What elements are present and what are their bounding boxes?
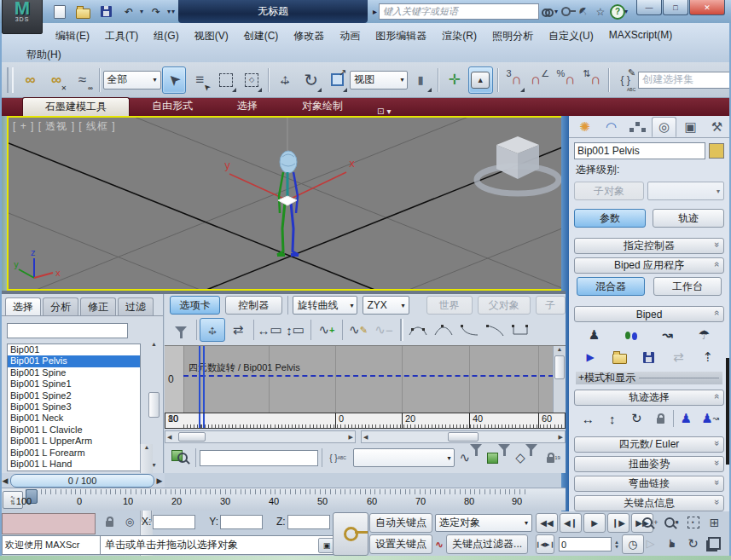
x-input[interactable]	[153, 515, 195, 529]
mixer-button[interactable]: 混合器	[577, 277, 645, 296]
scroll-thumb[interactable]	[554, 355, 565, 379]
twist-poses-header[interactable]: 扭曲姿势 »	[574, 456, 724, 472]
play-button[interactable]: ▶	[583, 513, 606, 533]
qat-overflow-button[interactable]: ▾	[171, 8, 175, 15]
percent-snap-toggle-button[interactable]: %∩	[554, 66, 577, 94]
zoom-button[interactable]: +	[640, 513, 661, 531]
select-and-link-button[interactable]: ∞	[18, 66, 42, 94]
selection-lock-toggle[interactable]	[101, 513, 118, 530]
app-logo-button[interactable]: M 3DS	[2, 0, 43, 34]
pan-view-button[interactable]: ☛	[661, 534, 682, 552]
parent-button-disabled[interactable]: 父对象	[478, 296, 531, 315]
curve-type-dropdown[interactable]: 旋转曲线 ▾	[293, 296, 357, 315]
scroll-up-arrow[interactable]: ▲	[557, 346, 563, 352]
y-input[interactable]	[220, 515, 263, 529]
lock-range-button[interactable]: 19	[542, 446, 566, 470]
parameters-tab-button[interactable]: 参数	[574, 209, 646, 228]
previous-frame-button[interactable]: ◀❙	[560, 513, 582, 533]
set-tangent-fast-button[interactable]	[431, 318, 456, 342]
track-bar-ruler[interactable]: 0102030405060708090100	[24, 488, 529, 511]
window-crossing-button[interactable]: ◇	[240, 66, 264, 94]
list-item[interactable]: Bip001 Spine2	[8, 390, 140, 401]
reference-coordinate-dropdown[interactable]: 视图 ▾	[350, 71, 408, 89]
orbit-button[interactable]: ↻	[682, 534, 704, 552]
angle-snap-toggle-button[interactable]: ∩∠	[528, 66, 552, 94]
select-and-move-button[interactable]: ↔↕	[273, 66, 297, 94]
reduce-keys-button-disabled[interactable]: ∿−	[371, 318, 397, 342]
child-button-disabled[interactable]: 子	[536, 296, 566, 315]
trajectories-tab-button[interactable]: 轨迹	[653, 209, 724, 228]
tab-motion[interactable]: ◎	[652, 117, 676, 137]
modes-and-display-bar[interactable]: +模式和显示	[576, 372, 722, 384]
menu-item[interactable]: MAXScript(M)	[601, 26, 681, 46]
communication-center-button[interactable]: ☂	[575, 4, 592, 20]
track-selection-header[interactable]: 轨迹选择 «	[574, 390, 724, 406]
convert-button-disabled[interactable]: ⇄	[665, 348, 691, 367]
key-filter-mode-dropdown[interactable]: 选定对象 ▾	[435, 514, 532, 532]
workbench-tab[interactable]: 分析	[43, 297, 78, 315]
biped-character[interactable]: y x	[224, 118, 355, 257]
quaternion-euler-header[interactable]: 四元数/ Euler »	[574, 436, 724, 453]
body-rotation-button[interactable]: ↻	[624, 409, 649, 428]
search-input[interactable]: 键入关键字或短语	[379, 3, 539, 20]
move-all-mode-button[interactable]: ⇡	[695, 348, 721, 367]
viewport-label[interactable]: [ + ] [ 透视 ] [ 线框 ]	[13, 119, 116, 134]
scale-keys-button[interactable]: ↔▭	[257, 318, 282, 342]
selection-set-dropdown[interactable]: ▾	[353, 448, 455, 467]
sub-object-level-dropdown[interactable]: ▾	[647, 182, 724, 200]
tab-create[interactable]: ✺	[572, 117, 597, 137]
snaps-toggle-button[interactable]: 3∩	[502, 66, 525, 94]
key-mode-toggle-button[interactable]: ❙◀▶❙	[536, 534, 554, 554]
favorites-button[interactable]: ☆	[592, 4, 609, 20]
footstep-mode-button[interactable]	[618, 326, 644, 344]
set-key-button[interactable]: 设置关键点	[369, 534, 432, 554]
select-by-name-button[interactable]: { }ABC	[326, 446, 350, 470]
time-ruler[interactable]: 02040608010	[165, 413, 566, 429]
undo-dropdown[interactable]: ▾	[140, 8, 143, 15]
tab-mode-button[interactable]: 选项卡	[170, 296, 220, 315]
ribbon-minimize-button[interactable]: ⊡ ▾	[377, 107, 391, 116]
toolbar-grip[interactable]	[7, 67, 14, 93]
menu-item[interactable]: 编辑(E)	[48, 26, 97, 46]
selection-filter-dropdown[interactable]: 全部 ▾	[103, 71, 161, 89]
sub-object-button[interactable]: 子对象	[574, 182, 644, 200]
biped-header[interactable]: Biped «	[574, 306, 724, 322]
workbench-button[interactable]: 工作台	[653, 277, 722, 296]
scroll-thumb[interactable]	[148, 392, 160, 418]
add-keys-button[interactable]: ∿+	[314, 318, 339, 342]
select-by-name-button[interactable]: ≡➤	[188, 66, 212, 94]
set-tangent-linear-button[interactable]	[482, 318, 508, 342]
ribbon-tab[interactable]: 石墨建模工具	[22, 97, 130, 116]
workbench-tab[interactable]: 修正	[80, 297, 116, 315]
tab-display[interactable]: ▣	[678, 117, 703, 137]
curve-editor-area[interactable]: 0 四元数旋转 / Bip001 Pelvis ▲	[165, 345, 566, 413]
zoom-all-button[interactable]: ▪	[661, 513, 682, 531]
menu-item[interactable]: 修改器	[286, 26, 332, 46]
time-cursor-line[interactable]	[199, 346, 200, 413]
assign-controller-header[interactable]: 指定控制器 »	[574, 238, 724, 254]
track-label[interactable]: 四元数旋转 / Bip001 Pelvis	[189, 361, 300, 374]
bend-links-header[interactable]: 弯曲链接 »	[574, 476, 724, 492]
help-dropdown[interactable]: ▾	[624, 8, 628, 15]
bind-to-space-warp-button[interactable]: ≈∞	[70, 66, 94, 94]
pan-scrollbar-left[interactable]: ◀ ▶	[165, 430, 356, 443]
menu-item[interactable]: 照明分析	[484, 26, 541, 46]
viewcube[interactable]	[477, 136, 559, 193]
biped-playback-button[interactable]: ▶	[577, 348, 603, 367]
ribbon-tab[interactable]: 对象绘制	[280, 97, 365, 116]
controller-button[interactable]: 控制器	[225, 296, 282, 315]
next-frame-arrow[interactable]: ▶	[154, 476, 165, 485]
object-filter-button[interactable]	[486, 446, 511, 470]
menu-item[interactable]: 动画	[332, 26, 368, 46]
menu-item[interactable]: 工具(T)	[97, 26, 146, 46]
set-tangent-step-button[interactable]	[508, 318, 533, 342]
scroll-up-arrow[interactable]: ▲	[144, 444, 150, 450]
rectangular-selection-region-button[interactable]	[213, 66, 237, 94]
maximize-button[interactable]: □	[663, 0, 688, 15]
scale-values-button[interactable]: ↕▭	[282, 318, 308, 342]
opposite-tracks-button[interactable]: ♟↝	[699, 409, 723, 428]
perspective-viewport[interactable]: [ + ] [ 透视 ] [ 线框 ] y x	[7, 116, 564, 291]
spinner-filter-button[interactable]: ◇	[514, 446, 538, 470]
scroll-left-arrow[interactable]: ◀	[363, 434, 368, 441]
save-file-button[interactable]	[96, 3, 116, 21]
